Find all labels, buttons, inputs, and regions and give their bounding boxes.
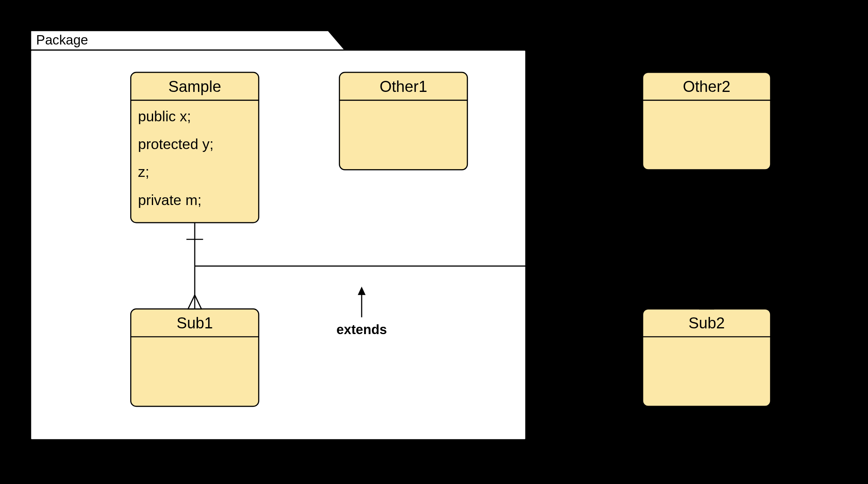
class-other2: Other2: [643, 72, 770, 170]
package-label: Package: [36, 32, 88, 47]
class-sample-attr-0: public x;: [138, 108, 191, 125]
class-other1: Other1: [339, 72, 467, 170]
class-other2-name: Other2: [683, 78, 730, 95]
class-sub2: Sub2: [643, 309, 770, 406]
uml-diagram: Package Sample public x; protected y; z;…: [0, 0, 868, 445]
relation-extends-label: extends: [336, 322, 387, 337]
class-sample-attr-2: z;: [138, 164, 149, 180]
class-sub1-name: Sub1: [176, 314, 213, 332]
class-sub2-name: Sub2: [688, 314, 725, 332]
class-sample-name: Sample: [168, 78, 221, 95]
class-sample: Sample public x; protected y; z; private…: [131, 72, 258, 223]
class-other1-name: Other1: [380, 78, 427, 95]
class-sub1: Sub1: [131, 309, 258, 406]
class-sample-attr-3: private m;: [138, 192, 202, 208]
class-sample-attr-1: protected y;: [138, 136, 214, 152]
